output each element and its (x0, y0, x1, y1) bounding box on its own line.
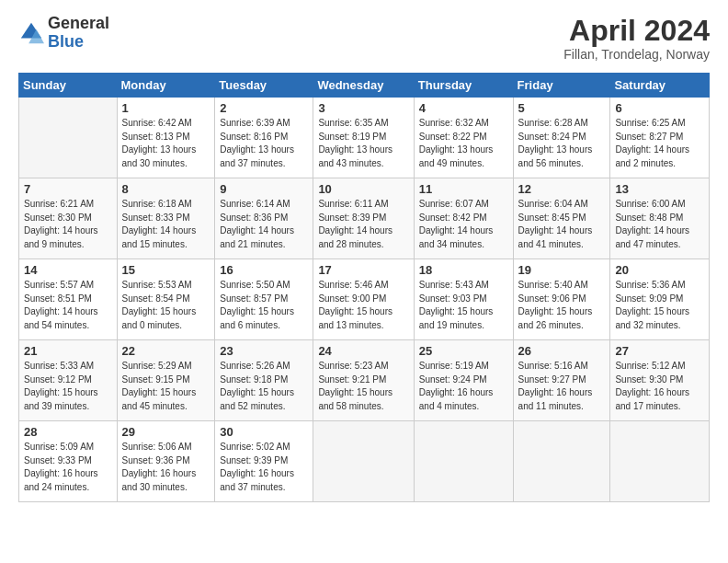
day-info: Sunrise: 5:36 AM Sunset: 9:09 PM Dayligh… (615, 279, 704, 332)
calendar-cell (414, 421, 513, 502)
logo-text: General Blue (48, 15, 109, 52)
calendar-week-row: 21Sunrise: 5:33 AM Sunset: 9:12 PM Dayli… (19, 340, 710, 421)
day-number: 30 (220, 425, 308, 439)
day-number: 12 (518, 182, 606, 196)
calendar-week-row: 1Sunrise: 6:42 AM Sunset: 8:13 PM Daylig… (19, 98, 710, 178)
calendar-cell: 27Sunrise: 5:12 AM Sunset: 9:30 PM Dayli… (610, 340, 710, 421)
day-info: Sunrise: 5:02 AM Sunset: 9:39 PM Dayligh… (220, 441, 308, 494)
calendar-cell: 23Sunrise: 5:26 AM Sunset: 9:18 PM Dayli… (215, 340, 313, 421)
logo-blue: Blue (48, 33, 109, 52)
day-info: Sunrise: 6:07 AM Sunset: 8:42 PM Dayligh… (419, 198, 508, 251)
day-info: Sunrise: 6:04 AM Sunset: 8:45 PM Dayligh… (518, 198, 606, 251)
day-number: 28 (24, 425, 112, 439)
calendar-cell: 15Sunrise: 5:53 AM Sunset: 8:54 PM Dayli… (117, 259, 215, 340)
calendar-week-row: 7Sunrise: 6:21 AM Sunset: 8:30 PM Daylig… (19, 178, 710, 259)
day-number: 5 (518, 101, 606, 115)
calendar-cell: 11Sunrise: 6:07 AM Sunset: 8:42 PM Dayli… (414, 178, 513, 259)
calendar-cell: 24Sunrise: 5:23 AM Sunset: 9:21 PM Dayli… (313, 340, 414, 421)
day-info: Sunrise: 5:16 AM Sunset: 9:27 PM Dayligh… (518, 360, 606, 413)
calendar-cell: 5Sunrise: 6:28 AM Sunset: 8:24 PM Daylig… (513, 98, 610, 178)
day-info: Sunrise: 5:53 AM Sunset: 8:54 PM Dayligh… (122, 279, 210, 332)
day-number: 27 (615, 344, 704, 358)
day-number: 1 (122, 101, 210, 115)
calendar-cell: 17Sunrise: 5:46 AM Sunset: 9:00 PM Dayli… (313, 259, 414, 340)
logo-icon (18, 20, 44, 46)
calendar-cell: 9Sunrise: 6:14 AM Sunset: 8:36 PM Daylig… (215, 178, 313, 259)
calendar: SundayMondayTuesdayWednesdayThursdayFrid… (18, 73, 710, 502)
calendar-header-row: SundayMondayTuesdayWednesdayThursdayFrid… (19, 74, 710, 98)
day-info: Sunrise: 5:12 AM Sunset: 9:30 PM Dayligh… (615, 360, 704, 413)
day-number: 9 (220, 182, 308, 196)
day-info: Sunrise: 6:00 AM Sunset: 8:48 PM Dayligh… (615, 198, 704, 251)
day-number: 24 (318, 344, 408, 358)
weekday-header: Thursday (414, 74, 513, 98)
day-number: 4 (419, 101, 508, 115)
weekday-header: Sunday (19, 74, 118, 98)
weekday-header: Monday (117, 74, 215, 98)
calendar-cell: 2Sunrise: 6:39 AM Sunset: 8:16 PM Daylig… (215, 98, 313, 178)
calendar-cell: 25Sunrise: 5:19 AM Sunset: 9:24 PM Dayli… (414, 340, 513, 421)
calendar-cell: 30Sunrise: 5:02 AM Sunset: 9:39 PM Dayli… (215, 421, 313, 502)
day-info: Sunrise: 5:29 AM Sunset: 9:15 PM Dayligh… (122, 360, 210, 413)
calendar-cell: 10Sunrise: 6:11 AM Sunset: 8:39 PM Dayli… (313, 178, 414, 259)
day-number: 11 (419, 182, 508, 196)
calendar-cell (313, 421, 414, 502)
header: General Blue April 2024 Fillan, Trondela… (18, 15, 710, 62)
calendar-cell: 4Sunrise: 6:32 AM Sunset: 8:22 PM Daylig… (414, 98, 513, 178)
day-number: 16 (220, 263, 308, 277)
weekday-header: Wednesday (313, 74, 414, 98)
calendar-cell: 8Sunrise: 6:18 AM Sunset: 8:33 PM Daylig… (117, 178, 215, 259)
day-info: Sunrise: 6:21 AM Sunset: 8:30 PM Dayligh… (24, 198, 112, 251)
day-number: 8 (122, 182, 210, 196)
day-info: Sunrise: 6:25 AM Sunset: 8:27 PM Dayligh… (615, 117, 704, 170)
day-number: 21 (24, 344, 112, 358)
day-info: Sunrise: 5:26 AM Sunset: 9:18 PM Dayligh… (220, 360, 308, 413)
calendar-cell: 6Sunrise: 6:25 AM Sunset: 8:27 PM Daylig… (610, 98, 710, 178)
day-number: 14 (24, 263, 112, 277)
day-info: Sunrise: 6:32 AM Sunset: 8:22 PM Dayligh… (419, 117, 508, 170)
day-info: Sunrise: 5:46 AM Sunset: 9:00 PM Dayligh… (318, 279, 408, 332)
calendar-cell: 3Sunrise: 6:35 AM Sunset: 8:19 PM Daylig… (313, 98, 414, 178)
calendar-cell: 21Sunrise: 5:33 AM Sunset: 9:12 PM Dayli… (19, 340, 118, 421)
logo-general: General (48, 15, 109, 33)
day-number: 25 (419, 344, 508, 358)
location: Fillan, Trondelag, Norway (563, 47, 710, 62)
day-info: Sunrise: 5:50 AM Sunset: 8:57 PM Dayligh… (220, 279, 308, 332)
day-info: Sunrise: 5:57 AM Sunset: 8:51 PM Dayligh… (24, 279, 112, 332)
day-number: 20 (615, 263, 704, 277)
day-info: Sunrise: 5:09 AM Sunset: 9:33 PM Dayligh… (24, 441, 112, 494)
day-number: 26 (518, 344, 606, 358)
title-section: April 2024 Fillan, Trondelag, Norway (563, 15, 710, 62)
page: General Blue April 2024 Fillan, Trondela… (0, 0, 728, 563)
day-info: Sunrise: 6:14 AM Sunset: 8:36 PM Dayligh… (220, 198, 308, 251)
calendar-cell: 13Sunrise: 6:00 AM Sunset: 8:48 PM Dayli… (610, 178, 710, 259)
day-number: 3 (318, 101, 408, 115)
day-info: Sunrise: 5:33 AM Sunset: 9:12 PM Dayligh… (24, 360, 112, 413)
day-info: Sunrise: 5:43 AM Sunset: 9:03 PM Dayligh… (419, 279, 508, 332)
day-info: Sunrise: 6:42 AM Sunset: 8:13 PM Dayligh… (122, 117, 210, 170)
day-number: 6 (615, 101, 704, 115)
calendar-cell: 1Sunrise: 6:42 AM Sunset: 8:13 PM Daylig… (117, 98, 215, 178)
month-title: April 2024 (563, 15, 710, 47)
day-number: 17 (318, 263, 408, 277)
day-info: Sunrise: 6:39 AM Sunset: 8:16 PM Dayligh… (220, 117, 308, 170)
day-info: Sunrise: 6:35 AM Sunset: 8:19 PM Dayligh… (318, 117, 408, 170)
calendar-week-row: 28Sunrise: 5:09 AM Sunset: 9:33 PM Dayli… (19, 421, 710, 502)
day-number: 10 (318, 182, 408, 196)
calendar-cell: 14Sunrise: 5:57 AM Sunset: 8:51 PM Dayli… (19, 259, 118, 340)
day-info: Sunrise: 6:28 AM Sunset: 8:24 PM Dayligh… (518, 117, 606, 170)
calendar-cell: 16Sunrise: 5:50 AM Sunset: 8:57 PM Dayli… (215, 259, 313, 340)
calendar-cell: 18Sunrise: 5:43 AM Sunset: 9:03 PM Dayli… (414, 259, 513, 340)
calendar-cell: 7Sunrise: 6:21 AM Sunset: 8:30 PM Daylig… (19, 178, 118, 259)
day-number: 19 (518, 263, 606, 277)
day-number: 29 (122, 425, 210, 439)
calendar-cell (513, 421, 610, 502)
day-number: 15 (122, 263, 210, 277)
calendar-cell: 22Sunrise: 5:29 AM Sunset: 9:15 PM Dayli… (117, 340, 215, 421)
day-number: 13 (615, 182, 704, 196)
calendar-cell: 26Sunrise: 5:16 AM Sunset: 9:27 PM Dayli… (513, 340, 610, 421)
calendar-cell: 29Sunrise: 5:06 AM Sunset: 9:36 PM Dayli… (117, 421, 215, 502)
day-info: Sunrise: 5:19 AM Sunset: 9:24 PM Dayligh… (419, 360, 508, 413)
day-info: Sunrise: 6:11 AM Sunset: 8:39 PM Dayligh… (318, 198, 408, 251)
day-number: 18 (419, 263, 508, 277)
